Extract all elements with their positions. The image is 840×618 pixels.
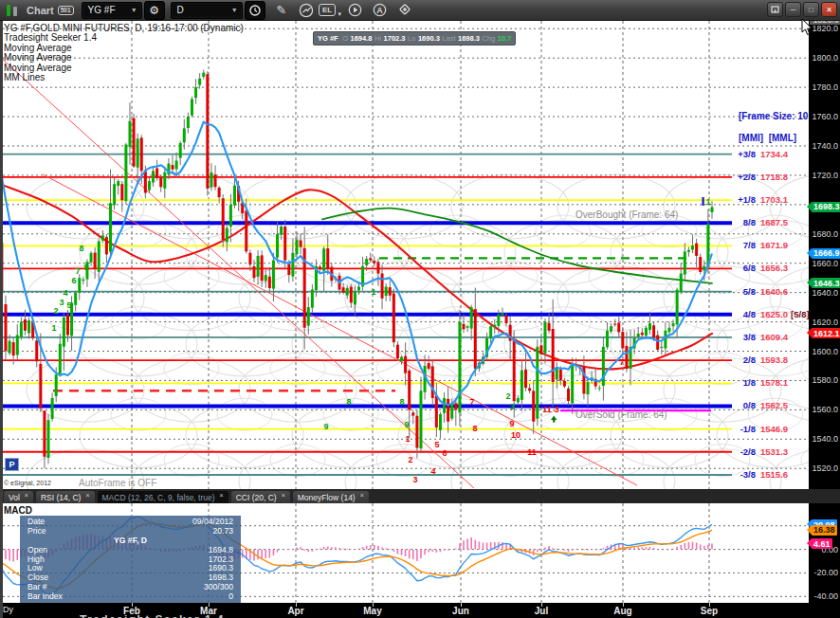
draw-tool-button[interactable]: ✎ — [271, 2, 292, 19]
month-label: Jun — [452, 606, 469, 616]
price-tick-label: 1720.0 — [811, 171, 838, 180]
tab-close-icon[interactable]: × — [220, 492, 224, 499]
symbol-dropdown[interactable]: YG #F ▼ — [82, 2, 142, 19]
time-settings-button[interactable] — [245, 1, 265, 20]
trend-arrow-icon — [299, 3, 314, 18]
svg-text:1: 1 — [405, 434, 410, 444]
svg-text:9: 9 — [404, 420, 409, 429]
svg-text:9: 9 — [509, 419, 514, 428]
quote-high-label: Hi — [374, 34, 381, 43]
svg-text:8: 8 — [472, 424, 477, 433]
macd-tick-label: -20.00 — [811, 568, 838, 577]
price-tick-label: 1760.0 — [811, 112, 838, 121]
svg-text:3: 3 — [554, 405, 558, 414]
tab-moneyflow[interactable]: MoneyFlow (14)× — [293, 491, 369, 503]
macd-tick-label: -40.00 — [811, 591, 838, 601]
mml-label-2/8: 2/81593.8 — [735, 354, 788, 365]
overbought-label: OverBought (Frame: 64) — [575, 209, 678, 220]
svg-text:2: 2 — [408, 455, 412, 464]
tab-label: RSI (14, C) — [41, 493, 82, 502]
svg-text:1: 1 — [51, 323, 56, 333]
quote-open-label: O — [342, 34, 348, 43]
price-tick-label: 1660.0 — [811, 259, 838, 268]
play-button[interactable] — [345, 2, 366, 19]
price-tick-label: 1580.0 — [811, 375, 838, 385]
axis-value-badge: 1612.1 — [812, 328, 840, 338]
gear-icon: ⚙ — [149, 4, 159, 17]
quote-chg-label: Chg — [482, 34, 495, 43]
eraser-button[interactable] — [394, 2, 415, 19]
window-title: Chart — [27, 5, 54, 16]
tab-rsi[interactable]: RSI (14, C)× — [36, 491, 95, 503]
svg-text:6: 6 — [442, 448, 447, 458]
toolbar: Chart 501 YG #F ▼ ⚙ D ▼ ✎ EL — [0, 0, 840, 21]
mml-label-4/8: 4/81625.0[5/8] — [735, 309, 810, 319]
mml-label-+1/8: +1/81703.1 — [735, 194, 788, 205]
quote-last-label: Last — [442, 34, 455, 43]
main-plot: 1235467988918923112345678910111137 — [0, 21, 840, 522]
eraser-icon — [397, 4, 412, 17]
trendline-tool-button[interactable] — [296, 2, 317, 19]
efs-formula-button[interactable]: EL ▼ — [320, 2, 341, 19]
close-icon: ✕ — [826, 6, 832, 14]
tab-close-icon[interactable]: × — [282, 492, 285, 499]
svg-text:2: 2 — [505, 391, 510, 401]
price-tick-label: 1540.0 — [811, 434, 838, 444]
symbol-settings-button[interactable]: ⚙ — [144, 1, 165, 20]
svg-text:A: A — [376, 6, 383, 15]
el-badge-icon: EL — [319, 4, 336, 16]
clock-icon — [249, 5, 261, 16]
price-tick-label: 1680.0 — [811, 229, 838, 239]
tab-close-icon[interactable]: × — [25, 492, 28, 499]
tab-close-icon[interactable]: × — [85, 492, 89, 499]
tab-close-icon[interactable]: × — [360, 492, 364, 499]
tab-label: CCI (20, C) — [236, 493, 277, 502]
svg-text:4: 4 — [430, 466, 435, 476]
macd-panel-title: MACD — [4, 505, 32, 516]
mml-label-1/8: 1/81578.1 — [735, 377, 788, 388]
maximize-icon: □ — [809, 6, 813, 14]
dock-window-button[interactable] — [767, 2, 783, 17]
price-tick-label: 1640.0 — [811, 288, 838, 298]
month-label: Mar — [200, 606, 217, 616]
quote-open-value: 1694.8 — [351, 34, 373, 43]
mml-label--3/8: -3/81515.6 — [735, 469, 788, 480]
minimize-button[interactable]: ─ — [785, 2, 801, 17]
oversold-label: OverSold (Frame: 64) — [575, 409, 667, 420]
svg-text:9: 9 — [83, 263, 88, 272]
tab-label: MACD (12, 26, C, 9, false, true) — [102, 493, 215, 502]
mmi-mml-label: [MMI] [MML] — [739, 133, 808, 143]
interval-value: D — [177, 5, 184, 15]
svg-text:6: 6 — [71, 276, 76, 285]
svg-text:3: 3 — [412, 475, 417, 484]
svg-text:1: 1 — [371, 287, 375, 297]
pencil-icon: ✎ — [276, 3, 286, 17]
close-button[interactable]: ✕ — [821, 2, 837, 17]
svg-text:8: 8 — [399, 397, 404, 407]
chart-window: Chart 501 YG #F ▼ ⚙ D ▼ ✎ EL — [0, 0, 840, 618]
svg-text:10: 10 — [511, 430, 520, 440]
pane-left-border — [0, 21, 3, 618]
data-window-row: Date09/04/2012 — [20, 518, 241, 527]
mml-label-6/8: 6/81656.3 — [735, 263, 788, 273]
quote-summary-box: YG #F O 1694.8 Hi 1702.3 Lo 1690.3 Last … — [313, 31, 516, 45]
dynamic-label: Dy — [3, 605, 13, 614]
svg-text:1: 1 — [705, 197, 710, 207]
window-number-badge: 501 — [58, 6, 74, 15]
tab-cci[interactable]: CCI (20, C)× — [231, 491, 290, 503]
month-label: May — [363, 606, 381, 616]
svg-text:7: 7 — [619, 357, 624, 367]
svg-text:7: 7 — [469, 397, 474, 407]
copyright-label: © eSignal, 2012 — [4, 480, 51, 486]
letter-a-circle-icon: A — [373, 3, 387, 17]
symbol-value: YG #F — [88, 5, 116, 15]
tab-vol[interactable]: Vol× — [4, 491, 33, 503]
interval-dropdown[interactable]: D ▼ — [171, 2, 243, 19]
quote-last-value: 1698.3 — [458, 34, 480, 43]
svg-text:7: 7 — [75, 266, 80, 276]
maximize-button[interactable]: □ — [803, 2, 819, 17]
tab-macd[interactable]: MACD (12, 26, C, 9, false, true)× — [98, 491, 228, 503]
chart-legend: YG #F,GOLD MINI FUTURES, D, 19:16-17:00 … — [4, 24, 244, 82]
month-label: Apr — [287, 606, 303, 616]
alerts-button[interactable]: A — [370, 2, 391, 19]
